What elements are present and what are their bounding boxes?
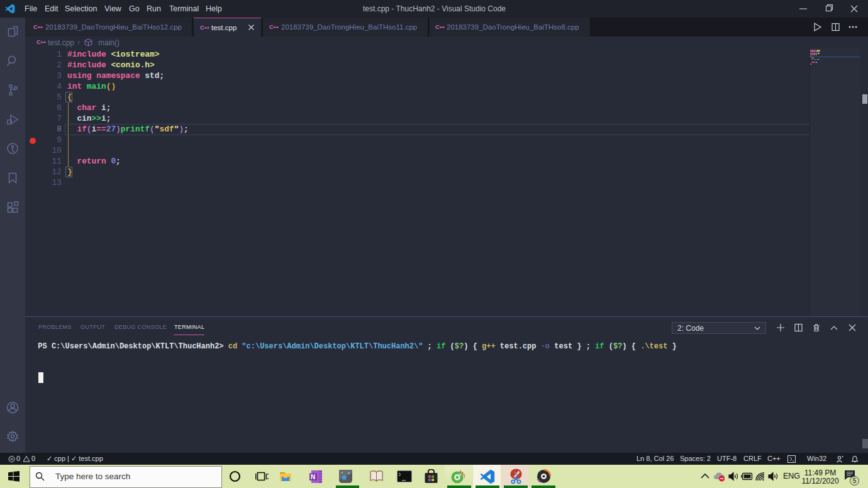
- svg-text:N: N: [311, 473, 316, 480]
